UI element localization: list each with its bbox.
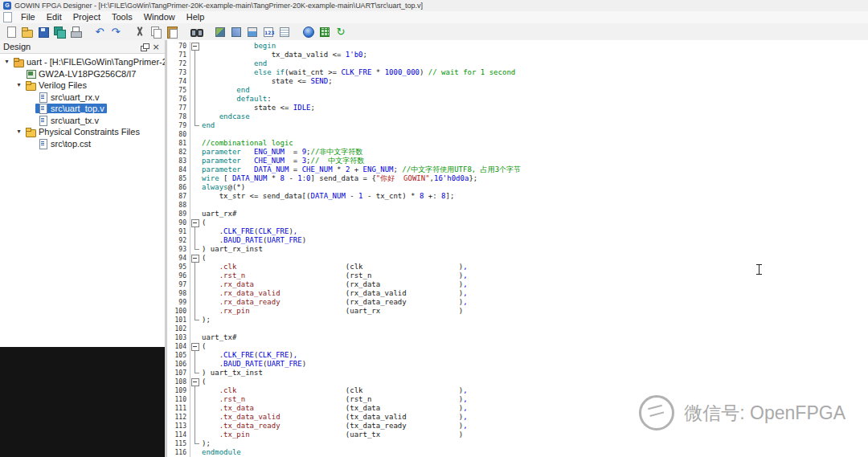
code-line[interactable]: 86always@(*) — [167, 183, 868, 192]
tree-item[interactable]: ▾Physical Constraints Files — [0, 126, 165, 138]
line-number: 87 — [167, 192, 190, 201]
tree-item[interactable]: src\uart_tx.v — [0, 115, 165, 127]
code-line[interactable]: 85wire [ DATA_NUM * 8 - 1:0] send_data =… — [167, 174, 868, 183]
code-line[interactable]: 116endmodule — [167, 448, 868, 457]
code-line[interactable]: 72 end — [167, 59, 868, 68]
code-text: .rx_data_ready (rx_data_ready ), — [200, 298, 868, 307]
code-line[interactable]: 104( — [167, 342, 868, 351]
menu-edit[interactable]: Edit — [41, 11, 68, 23]
ip-core-generator-button[interactable] — [301, 24, 317, 39]
fold-marker-icon[interactable] — [190, 218, 200, 227]
code-line[interactable]: 113 .tx_data_ready (tx_data_ready ), — [167, 422, 868, 430]
code-line[interactable]: 109 .clk (clk ), — [167, 386, 868, 395]
tree-item[interactable]: src\uart_rx.v — [0, 92, 165, 104]
expander-icon[interactable]: ▾ — [14, 80, 23, 91]
code-line[interactable]: 75 end — [167, 86, 868, 95]
code-line[interactable]: 99 .rx_data_ready (rx_data_ready ), — [167, 298, 868, 307]
line-number: 111 — [167, 404, 190, 413]
tree-item[interactable]: ▾uart - [H:\FILE\GoWin\TangPrimer-20K-ex… — [0, 56, 165, 68]
find-button[interactable] — [188, 24, 204, 39]
tree-item[interactable]: ▾Verilog Files — [0, 80, 165, 92]
code-line[interactable]: 70 begin — [167, 42, 868, 51]
undo-button[interactable]: ↶ — [92, 24, 108, 39]
code-line[interactable]: 73 else if(wait_cnt >= CLK_FRE * 1000_00… — [167, 68, 868, 77]
copy-button[interactable] — [148, 24, 164, 39]
menu-tools[interactable]: Tools — [106, 11, 138, 23]
code-line[interactable]: 102 — [167, 324, 868, 333]
code-line[interactable]: 111 .tx_data (tx_data ), — [167, 404, 868, 413]
code-line[interactable]: 112 .tx_data_valid (tx_data_valid ), — [167, 413, 868, 422]
code-line[interactable]: 87 tx_str <= send_data[(DATA_NUM - 1 - t… — [167, 192, 868, 201]
print-button[interactable] — [68, 24, 84, 39]
expander-icon[interactable]: ▾ — [2, 56, 11, 67]
code-line[interactable]: 83parameter CHE_NUM = 3;// 中文字符数 — [167, 157, 868, 165]
code-line[interactable]: 94( — [167, 254, 868, 263]
code-line[interactable]: 101); — [167, 316, 868, 324]
code-line[interactable]: 81//combinational logic — [167, 139, 868, 148]
fold-marker-icon[interactable] — [190, 377, 200, 386]
redo-button[interactable]: ↷ — [108, 24, 124, 39]
code-line[interactable]: 84parameter DATA_NUM = CHE_NUM * 2 + ENG… — [167, 165, 868, 174]
code-line[interactable]: 71 tx_data_valid <= 1'b0; — [167, 51, 868, 59]
fold-marker-icon[interactable] — [190, 254, 200, 263]
new-file-button[interactable] — [3, 24, 19, 39]
menu-file[interactable]: File — [15, 11, 41, 23]
tree-item[interactable]: GW2A-LV18PG256C8/I7 — [0, 68, 165, 80]
save-button[interactable] — [35, 24, 51, 39]
code-line[interactable]: 93) uart_rx_inst — [167, 245, 868, 254]
code-line[interactable]: 90( — [167, 218, 868, 227]
code-line[interactable]: 106 .BAUD_RATE(UART_FRE) — [167, 360, 868, 369]
line-number: 114 — [167, 430, 190, 439]
code-area[interactable]: 70 begin71 tx_data_valid <= 1'b0;72 end7… — [167, 40, 868, 457]
code-line[interactable]: 105 .CLK_FRE(CLK_FRE), — [167, 351, 868, 360]
place-route-button[interactable] — [228, 24, 244, 39]
rerun-all-button[interactable]: ↻ — [333, 24, 349, 39]
cut-button[interactable] — [132, 24, 148, 39]
timing-analysis-button[interactable] — [260, 24, 276, 39]
float-panel-button[interactable] — [139, 42, 150, 52]
save-all-button[interactable] — [51, 24, 68, 39]
code-line[interactable]: 92 .BAUD_RATE(UART_FRE) — [167, 236, 868, 245]
code-line[interactable]: 103uart_tx# — [167, 333, 868, 342]
code-line[interactable]: 95 .clk (clk ), — [167, 263, 868, 271]
code-line[interactable]: 96 .rst_n (rst_n ), — [167, 271, 868, 280]
program-device-button[interactable] — [244, 24, 260, 39]
expander-icon[interactable]: ▾ — [14, 126, 23, 137]
floorplanner-button[interactable] — [317, 24, 333, 39]
tree-item[interactable]: src\top.cst — [0, 138, 165, 150]
code-line[interactable]: 114 .tx_pin (uart_tx ) — [167, 430, 868, 439]
code-line[interactable]: 76 default: — [167, 95, 868, 104]
code-line[interactable]: 82parameter ENG_NUM = 9;//非中文字符数 — [167, 148, 868, 157]
code-line[interactable]: 80 — [167, 130, 868, 139]
menu-help[interactable]: Help — [181, 11, 211, 23]
code-text: ) uart_tx_inst — [200, 369, 868, 377]
paste-button[interactable] — [164, 24, 180, 39]
line-number: 113 — [167, 422, 190, 430]
fold-marker-icon[interactable] — [190, 342, 200, 351]
code-line[interactable]: 98 .rx_data_valid (rx_data_valid ), — [167, 289, 868, 298]
code-line[interactable]: 77 state <= IDLE; — [167, 104, 868, 112]
code-line[interactable]: 91 .CLK_FRE(CLK_FRE), — [167, 227, 868, 236]
code-line[interactable]: 108( — [167, 377, 868, 386]
code-line[interactable]: 89uart_rx# — [167, 210, 868, 218]
close-panel-button[interactable]: × — [150, 42, 162, 52]
code-line[interactable]: 79end — [167, 121, 868, 130]
design-summary-button[interactable] — [276, 24, 293, 39]
fold-marker-icon[interactable] — [190, 42, 200, 51]
place-route-icon — [230, 26, 243, 39]
code-line[interactable]: 88 — [167, 201, 868, 210]
code-line[interactable]: 100 .rx_pin (uart_rx ) — [167, 307, 868, 316]
menu-project[interactable]: Project — [68, 11, 106, 23]
open-file-button[interactable] — [19, 24, 35, 39]
synthesize-button[interactable] — [212, 24, 228, 39]
code-line[interactable]: 97 .rx_data (rx_data ), — [167, 280, 868, 289]
menu-window[interactable]: Window — [138, 11, 181, 23]
file-icon — [38, 92, 48, 102]
code-line[interactable]: 115); — [167, 439, 868, 448]
tree-item[interactable]: src\uart_top.v — [0, 103, 165, 115]
code-line[interactable]: 78 endcase — [167, 112, 868, 121]
line-number: 80 — [167, 130, 190, 139]
code-line[interactable]: 74 state <= SEND; — [167, 77, 868, 86]
code-line[interactable]: 107) uart_tx_inst — [167, 369, 868, 377]
code-line[interactable]: 110 .rst_n (rst_n ), — [167, 395, 868, 404]
